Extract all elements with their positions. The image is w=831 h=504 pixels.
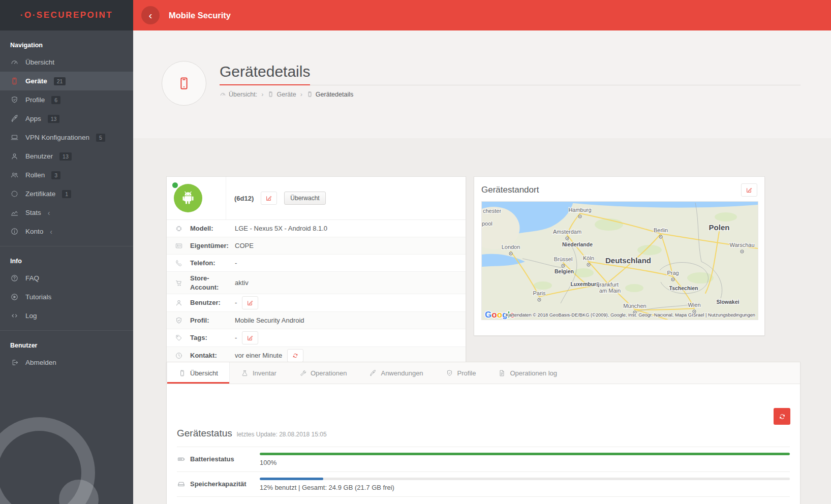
progress-fill [260,453,790,455]
sidebar-item-abmelden[interactable]: Abmelden [0,353,133,372]
city-marker-icon [562,264,565,267]
sidebar-item-konto[interactable]: Konto‹ [0,222,133,241]
map-terms-link[interactable]: Nutzungsbedingungen [708,312,755,318]
device-row-value-text: - [235,259,237,268]
breadcrumb-label: Übersicht: [229,91,257,98]
map-label: Paris [533,290,546,296]
device-row-value: aktiv [235,278,249,288]
device-avatar [174,184,202,212]
device-avatar-cell [167,177,226,219]
flask-icon [241,369,249,377]
sidebar-item-badge: 6 [51,96,60,104]
disk-icon [177,480,186,488]
google-map[interactable]: chesterpoolHamburgAmsterdamBerlinPolenNi… [481,201,758,320]
device-card-header: (6d12) Überwacht [167,177,466,220]
edit-icon [746,186,753,194]
device-row-value: LGE - Nexus 5X - Android 8.1.0 [235,224,327,233]
tag-icon [175,334,190,342]
device-row-label: Eigentümer: [190,241,235,250]
cart-icon [175,279,190,287]
sidebar-item-badge: 5 [96,134,105,142]
sidebar-item-profile[interactable]: Profile6 [0,90,133,109]
map-label: chester [483,208,501,214]
monitored-badge: Überwacht [284,192,325,205]
sidebar-item-label: Geräte [25,77,47,85]
tab-operationen[interactable]: Operationen [288,362,358,384]
sidebar-item-rollen[interactable]: Rollen3 [0,166,133,184]
phone-icon [306,91,313,98]
tab-bar: ÜbersichtInventarOperationenAnwendungenP… [167,362,800,384]
info-icon [10,227,19,236]
city-marker-icon [538,298,541,301]
breadcrumb-item-gerätedetails: Gerätedetails [306,91,353,98]
refresh-status-button[interactable] [774,408,790,425]
map-label: Frankfurt [596,281,619,288]
edit-tags-button[interactable] [242,331,258,344]
chart-icon [10,208,19,217]
sidebar-item-zertifikate[interactable]: Zertifikate1 [0,184,133,203]
sidebar-item-tutorials[interactable]: Tutorials [0,288,133,306]
sidebar-item-label: Tutorials [25,293,51,301]
sidebar-item-benutzer[interactable]: Benutzer13 [0,147,133,166]
map-label: Wien [688,302,700,308]
sidebar-item-faq[interactable]: FAQ [0,269,133,288]
gauge-icon [10,58,19,67]
device-row-profil: Profil:Mobile Security Android [167,311,466,329]
tab-anwendungen[interactable]: Anwendungen [358,362,434,384]
refresh-icon [292,352,299,359]
map-label: Warschau [729,242,754,248]
sidebar-item-stats[interactable]: Stats‹ [0,203,133,222]
city-marker-icon [578,215,581,218]
shield-icon [10,96,19,104]
device-row-label: Modell: [190,224,235,233]
sidebar-item-vpn-konfigurationen[interactable]: VPN Konfigurationen5 [0,128,133,147]
status-table: Batteriestatus100%Speicherkapazität12% b… [177,447,790,497]
progress-text: 12% benutzt | Gesamt: 24.9 GB (21.7 GB f… [260,484,790,491]
sidebar-item-übersicht[interactable]: Übersicht [0,53,133,72]
laptop-icon [10,133,19,142]
tab-label: Übersicht [190,369,218,377]
tab-label: Profile [457,369,476,377]
breadcrumb-item-geräte[interactable]: Geräte [267,91,296,98]
phone-icon [176,76,192,91]
refresh-kontakt-button[interactable] [287,349,303,362]
tab-inventar[interactable]: Inventar [230,362,288,384]
detail-panel: ÜbersichtInventarOperationenAnwendungenP… [166,362,801,504]
status-label-text: Batteriestatus [190,455,234,463]
edit-benutzer-button[interactable] [242,296,258,309]
tab-profile[interactable]: Profile [435,362,487,384]
device-row-telefon: Telefon:- [167,254,466,271]
progress-text: 100% [260,459,790,466]
sidebar-item-badge: 13 [59,152,72,161]
map-label: München [623,303,646,309]
map-label: Amsterdam [553,229,581,235]
tab-operationen-log[interactable]: Operationen log [487,362,568,384]
gauge-icon [220,91,226,98]
back-button[interactable]: ‹ [141,6,160,24]
chip-icon [175,225,183,233]
breadcrumb-item-übersicht[interactable]: Übersicht: [220,91,257,98]
sidebar-item-apps[interactable]: Apps13 [0,109,133,128]
progress-fill [260,478,323,480]
chevron-collapsed-icon: ‹ [50,228,52,235]
chip-icon [175,225,190,233]
device-row-label: Kontakt: [190,351,235,360]
page-title: Gerätedetails [220,63,310,85]
sidebar-item-badge: 13 [48,115,60,123]
edit-location-button[interactable] [741,183,757,197]
sidebar-item-log[interactable]: Log [0,306,133,325]
device-row-value-text: vor einer Minute [235,351,282,360]
pencilsq-icon [247,334,254,341]
map-label: Niederlande [562,241,593,247]
sidebar-item-geräte[interactable]: Geräte21 [0,72,133,90]
map-label: London [502,244,520,250]
map-label: Luxemburg [570,281,599,287]
device-row-eigentümer: Eigentümer:COPE [167,237,466,254]
device-status-heading: Gerätestatus letztes Update: 28.08.2018 … [177,384,790,439]
map-label: Belgien [555,268,574,274]
tab-übersicht[interactable]: Übersicht [167,362,230,384]
shield-icon [175,317,183,325]
user-icon [175,299,190,307]
phone-icon [267,91,274,98]
edit-device-name-button[interactable] [261,192,277,205]
